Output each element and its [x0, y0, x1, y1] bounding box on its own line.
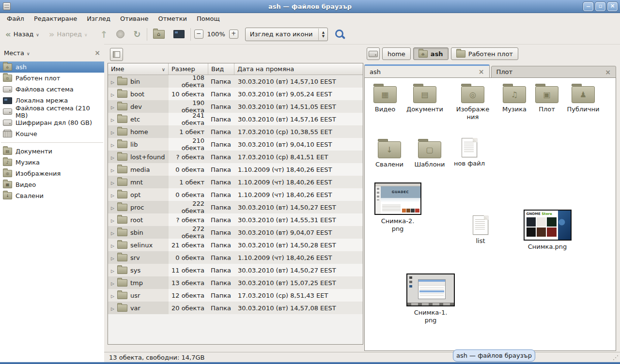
search-button[interactable]: [334, 28, 346, 41]
table-row[interactable]: boot10 обектаПапка30.03.2010 (вт) 9,05,2…: [108, 88, 363, 100]
file-icon-item[interactable]: ▢Шаблони: [411, 138, 448, 168]
file-icon-item[interactable]: Снимка-1.png: [402, 273, 460, 324]
expander-icon[interactable]: [111, 279, 114, 287]
table-row[interactable]: selinux21 обектаПапка30.03.2010 (вт) 14,…: [108, 239, 363, 251]
reload-button[interactable]: [131, 27, 143, 41]
back-dropdown-icon[interactable]: [36, 30, 39, 38]
table-row[interactable]: home1 обектПапка17.03.2010 (ср) 10,38,55…: [108, 125, 363, 138]
sidebar-item[interactable]: Файлова система: [0, 84, 104, 95]
home-button[interactable]: ⌂: [151, 28, 167, 41]
expander-icon[interactable]: [111, 267, 114, 274]
toggle-location-bar-button[interactable]: [110, 48, 123, 61]
tab-close-icon[interactable]: [479, 68, 484, 76]
expander-icon[interactable]: [111, 116, 114, 123]
expander-icon[interactable]: [111, 128, 114, 136]
menu-item[interactable]: Отметки: [153, 14, 191, 24]
table-row[interactable]: dev190 обектаПапка30.03.2010 (вт) 14,51,…: [108, 100, 363, 113]
table-row[interactable]: srv0 обектаПапка1.10.2009 (чт) 18,40,26 …: [108, 251, 363, 264]
table-row[interactable]: var20 обектаПапка30.03.2010 (вт) 14,57,0…: [108, 302, 363, 314]
stop-button[interactable]: [114, 28, 127, 40]
menu-item[interactable]: Редактиране: [29, 14, 82, 24]
path-bar-button[interactable]: ⌂ash: [413, 47, 449, 60]
sidebar-item[interactable]: Кошче: [0, 128, 104, 139]
sidebar-title[interactable]: Места: [4, 49, 24, 57]
column-header-name[interactable]: Име: [108, 63, 169, 75]
tab-ash[interactable]: ash: [364, 64, 490, 78]
table-row[interactable]: media0 обектаПапка1.10.2009 (чт) 18,40,2…: [108, 163, 363, 176]
file-icon-item[interactable]: ▣Плот: [532, 83, 561, 113]
sidebar-item[interactable]: ↓Свалени: [0, 190, 104, 201]
menu-item[interactable]: Помощ: [192, 14, 225, 24]
tab-Плот[interactable]: Плот: [491, 66, 617, 78]
expander-icon[interactable]: [111, 166, 114, 173]
zoom-in-button[interactable]: +: [229, 30, 238, 39]
expander-icon[interactable]: [111, 91, 114, 98]
back-button[interactable]: Назад: [3, 27, 42, 41]
expander-icon[interactable]: [111, 191, 114, 198]
sidebar-item[interactable]: Шифриран дял (80 GB): [0, 117, 104, 128]
computer-button[interactable]: [171, 28, 187, 40]
file-icon-item[interactable]: ◎Изображения: [450, 83, 496, 121]
table-row[interactable]: lost+found? обектаПапка17.03.2010 (ср) 8…: [108, 151, 363, 163]
resize-grip[interactable]: [613, 355, 619, 361]
table-row[interactable]: bin108 обектаПапка30.03.2010 (вт) 14,57,…: [108, 75, 363, 88]
tab-close-icon[interactable]: [605, 68, 611, 76]
table-row[interactable]: sbin272 обектаПапка30.03.2010 (вт) 9,04,…: [108, 226, 363, 239]
maximize-button[interactable]: [595, 2, 605, 11]
expander-icon[interactable]: [111, 179, 114, 186]
icon-view[interactable]: ▦Видео▤Документи◎Изображения♫Музика▣Плот…: [364, 77, 616, 351]
expander-icon[interactable]: [111, 204, 114, 211]
expander-icon[interactable]: [111, 304, 114, 312]
expander-icon[interactable]: [111, 216, 114, 224]
expander-icon[interactable]: [111, 78, 114, 85]
file-icon-item[interactable]: ♟Публични: [562, 83, 604, 113]
up-button[interactable]: [98, 27, 110, 42]
menu-item[interactable]: Изглед: [82, 14, 115, 24]
menu-item[interactable]: Файл: [2, 14, 29, 24]
view-mode-select[interactable]: Изглед като икони: [245, 28, 328, 41]
path-bar-button[interactable]: Работен плот: [451, 47, 518, 60]
titlebar[interactable]: ash — файлов браузър: [0, 0, 620, 13]
path-bar-button[interactable]: home: [382, 47, 411, 60]
sidebar-item[interactable]: ▦Видео: [0, 179, 104, 190]
sidebar-item[interactable]: ◎Изображения: [0, 168, 104, 179]
spinner-arrows-icon[interactable]: [318, 29, 327, 40]
zoom-out-button[interactable]: −: [194, 30, 203, 39]
table-row[interactable]: lib210 обектаПапка30.03.2010 (вт) 9,04,1…: [108, 138, 363, 151]
sidebar-item[interactable]: ♪Музика: [0, 157, 104, 168]
menu-item[interactable]: Отиване: [115, 14, 153, 24]
path-bar-button[interactable]: [367, 47, 380, 60]
expander-icon[interactable]: [111, 153, 114, 161]
file-icon-item[interactable]: GUADECСнимка-2.png: [371, 182, 425, 233]
chevron-down-icon[interactable]: [24, 49, 30, 57]
file-icon-item[interactable]: ♫Музика: [496, 83, 532, 113]
table-row[interactable]: usr12 обектаПапка17.03.2010 (ср) 8,51,43…: [108, 289, 363, 302]
forward-button[interactable]: Напред: [46, 27, 90, 41]
column-header-date[interactable]: Дата на промяна: [234, 63, 363, 75]
sidebar-item[interactable]: ⌂ash: [0, 61, 104, 73]
table-row[interactable]: mnt1 обектПапка1.10.2009 (чт) 18,40,26 E…: [108, 176, 363, 188]
forward-dropdown-icon[interactable]: [84, 30, 88, 38]
file-icon-item[interactable]: нов файл: [451, 138, 488, 167]
file-icon-item[interactable]: ▤Документи: [403, 83, 447, 113]
table-row[interactable]: tmp13 обектаПапка30.03.2010 (вт) 15,07,2…: [108, 276, 363, 289]
sidebar-item[interactable]: Файлова система (210 MB): [0, 106, 104, 117]
expander-icon[interactable]: [111, 103, 114, 110]
table-row[interactable]: etc241 обектаПапка30.03.2010 (вт) 14,57,…: [108, 113, 363, 125]
expander-icon[interactable]: [111, 242, 114, 249]
table-row[interactable]: root? обектаПапка30.03.2010 (вт) 14,55,3…: [108, 213, 363, 226]
table-row[interactable]: proc222 обектаПапка30.03.2010 (вт) 14,50…: [108, 201, 363, 213]
taskbar-window-button[interactable]: ash — файлов браузър: [453, 349, 535, 362]
sidebar-close-icon[interactable]: [94, 49, 100, 57]
sidebar-item[interactable]: ▫Работен плот: [0, 73, 104, 84]
table-row[interactable]: opt0 обектаПапка1.10.2009 (чт) 18,40,26 …: [108, 188, 363, 201]
sidebar-item[interactable]: ▤Документи: [0, 146, 104, 157]
close-button[interactable]: [607, 2, 618, 11]
file-icon-item[interactable]: GNOME StoreСнимка.png: [518, 210, 577, 251]
file-icon-item[interactable]: list: [462, 215, 499, 245]
minimize-button[interactable]: [583, 2, 593, 11]
expander-icon[interactable]: [111, 292, 114, 299]
table-row[interactable]: sys11 обектаПапка30.03.2010 (вт) 14,50,2…: [108, 264, 363, 276]
column-header-type[interactable]: Вид: [208, 63, 234, 75]
file-icon-item[interactable]: ▦Видео: [369, 83, 401, 113]
